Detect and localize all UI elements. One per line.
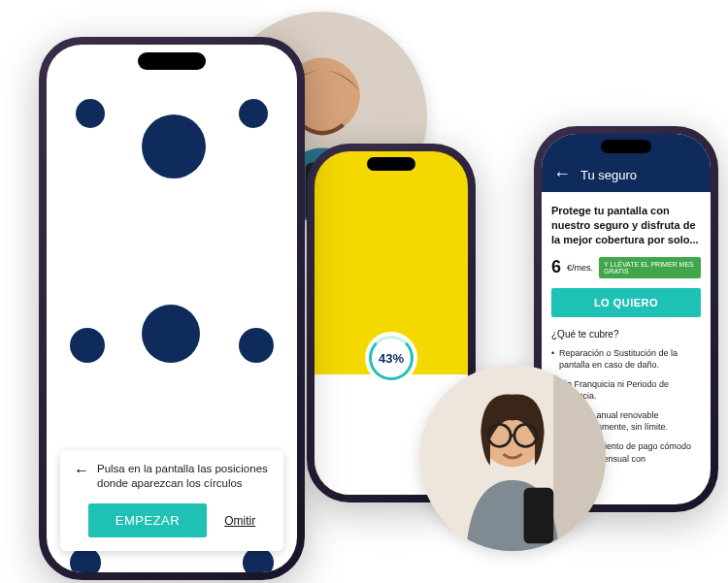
back-icon[interactable]: ← bbox=[553, 165, 571, 182]
promo-badge: Y LLÉVATE EL PRIMER MES GRATIS bbox=[599, 257, 701, 278]
back-arrow-icon[interactable]: ← bbox=[74, 462, 89, 479]
svg-rect-10 bbox=[524, 488, 554, 544]
want-button[interactable]: LO QUIERO bbox=[551, 288, 701, 317]
list-item: Reparación o Sustitución de la pantalla … bbox=[551, 347, 701, 371]
price-value: 6 bbox=[551, 257, 561, 277]
progress-label: 43% bbox=[379, 351, 404, 366]
tap-target[interactable] bbox=[76, 99, 105, 128]
start-button[interactable]: EMPEZAR bbox=[88, 503, 207, 537]
phone-notch bbox=[367, 157, 415, 171]
tap-target[interactable] bbox=[142, 114, 206, 178]
tap-target[interactable] bbox=[239, 328, 274, 363]
tap-target[interactable] bbox=[70, 328, 105, 363]
progress-ring: 43% bbox=[365, 332, 417, 384]
person-photo-icon bbox=[419, 365, 606, 551]
headline: Protege tu pantalla con nuestro seguro y… bbox=[551, 204, 701, 247]
avatar-woman bbox=[419, 365, 606, 551]
price-row: 6 €/mes. Y LLÉVATE EL PRIMER MES GRATIS bbox=[551, 257, 701, 278]
phone-tap-test: ← Pulsa en la pantalla las posiciones do… bbox=[39, 37, 305, 580]
price-suffix: €/mes. bbox=[567, 263, 593, 273]
instruction-text: Pulsa en la pantalla las posiciones dond… bbox=[97, 462, 270, 492]
instruction-card: ← Pulsa en la pantalla las posiciones do… bbox=[60, 450, 283, 551]
tap-target[interactable] bbox=[142, 305, 200, 363]
skip-link[interactable]: Omitir bbox=[224, 514, 255, 528]
coverage-heading: ¿Qué te cubre? bbox=[551, 329, 701, 340]
phone-notch bbox=[601, 140, 651, 153]
phone-notch bbox=[138, 52, 206, 70]
tap-target[interactable] bbox=[239, 99, 268, 128]
header-title: Tu seguro bbox=[580, 168, 637, 182]
